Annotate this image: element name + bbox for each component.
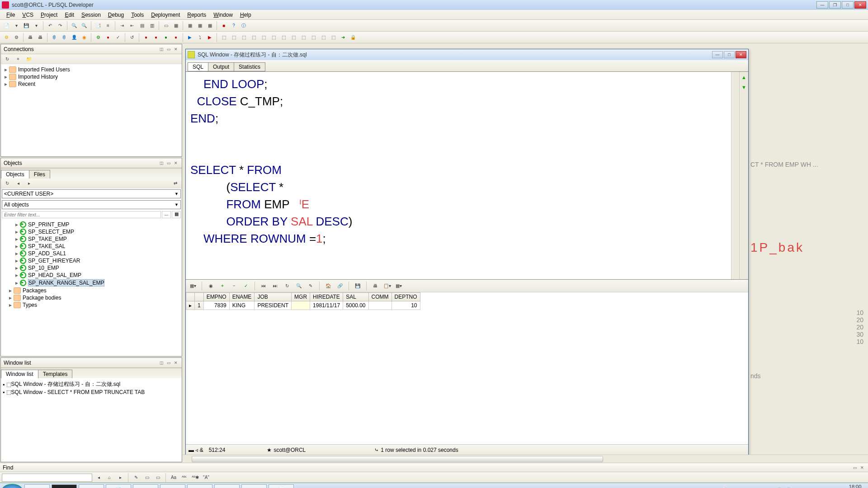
object-item[interactable]: ▸SP_HEAD_SAL_EMP — [3, 272, 180, 279]
find-mark-icon[interactable]: ✎ — [132, 473, 141, 482]
objects-tree[interactable]: ▸SP_PRINT_EMP▸SP_SELECT_EMP▸SP_TAKE_EMP▸… — [1, 219, 182, 356]
stop2-icon[interactable]: ▶ — [205, 33, 214, 42]
lock-icon[interactable]: 🔒 — [349, 33, 358, 42]
open-icon[interactable]: ▾ — [12, 21, 21, 30]
col-deptno[interactable]: DEPTNO — [392, 293, 420, 301]
find-case-icon[interactable]: Aa — [169, 473, 178, 482]
close-panel-icon[interactable]: ✕ — [173, 160, 179, 166]
binocs-icon[interactable]: 🔍 — [294, 282, 303, 291]
dock-icon[interactable]: ▭ — [165, 46, 172, 52]
folder-item[interactable]: ▸Packages — [3, 287, 180, 294]
nextpage-icon[interactable]: ⏭ — [271, 282, 280, 291]
close-button[interactable]: ✕ — [854, 1, 866, 9]
schema-icon[interactable]: ◉ — [80, 33, 89, 42]
user-combo[interactable]: <CURRENT USER>▼ — [2, 189, 181, 198]
task-plsql[interactable]: ◪ — [241, 484, 267, 488]
tab-sql[interactable]: SQL — [188, 62, 208, 71]
find-opt2-icon[interactable]: ▭ — [153, 473, 162, 482]
gridview-icon[interactable]: ▦▾ — [189, 282, 198, 291]
ball1-icon[interactable]: ● — [142, 33, 151, 42]
grid3-icon[interactable]: ▦ — [205, 21, 214, 30]
replace-icon[interactable]: 🔍 — [80, 21, 89, 30]
firstpage-icon[interactable]: ⏮ — [259, 282, 268, 291]
run-icon[interactable]: ▶ — [185, 33, 194, 42]
sqlwin-close-button[interactable]: ✕ — [736, 51, 746, 58]
tab-objects[interactable]: Objects — [1, 170, 29, 178]
debug9-icon[interactable]: ⬚ — [299, 33, 308, 42]
refresh-results-icon[interactable]: ↻ — [283, 282, 292, 291]
find-next-icon[interactable]: ▸ — [116, 473, 125, 482]
object-item[interactable]: ▸SP_PRINT_EMP — [3, 221, 180, 228]
task-qq[interactable]: ◔ — [133, 484, 158, 488]
folder-icon[interactable]: 📁 — [24, 55, 33, 64]
menu-edit[interactable]: Edit — [61, 11, 78, 19]
save-icon[interactable]: 💾 — [22, 21, 31, 30]
menu-debug[interactable]: Debug — [104, 11, 127, 19]
print-icon[interactable]: 🖶 — [26, 33, 35, 42]
tab-files[interactable]: Files — [29, 170, 50, 178]
col-job[interactable]: JOB — [255, 293, 292, 301]
singlerow-icon[interactable]: ◉ — [206, 282, 215, 291]
bookmark-icon[interactable]: 📑 — [94, 21, 103, 30]
sql-editor[interactable]: END LOOP; CLOSE C_TMP;END; SELECT * FROM… — [186, 72, 731, 279]
col-mgr[interactable]: MGR — [292, 293, 310, 301]
post-icon[interactable]: ✓ — [241, 282, 250, 291]
tree-item[interactable]: Imported Fixed Users — [18, 66, 70, 73]
restore-button[interactable]: ❐ — [829, 1, 841, 9]
uncomment-icon[interactable]: ▥ — [147, 21, 156, 30]
debug11-icon[interactable]: ⬚ — [319, 33, 328, 42]
gear2-icon[interactable]: ⚙ — [12, 33, 21, 42]
col-empno[interactable]: EMPNO — [203, 293, 229, 301]
roll-icon[interactable]: ↺ — [127, 33, 137, 42]
object-item[interactable]: ▸SP_SELECT_EMP — [3, 228, 180, 235]
debug3-icon[interactable]: ⬚ — [239, 33, 248, 42]
format-icon[interactable]: ≡ — [104, 21, 113, 30]
swap-icon[interactable]: ⇄ — [171, 179, 180, 188]
menu-help[interactable]: Help — [236, 11, 255, 19]
addrow-icon[interactable]: + — [218, 282, 227, 291]
db-icon[interactable]: 🛢 — [50, 33, 59, 42]
task-chrome[interactable]: ◉ — [160, 484, 185, 488]
debug4-icon[interactable]: ⬚ — [249, 33, 258, 42]
tab-windowlist[interactable]: Window list — [1, 370, 38, 378]
db2-icon[interactable]: 🛢 — [60, 33, 69, 42]
exit-icon[interactable]: ➜ — [339, 33, 348, 42]
find-home-icon[interactable]: ⌂ — [105, 473, 114, 482]
object-item[interactable]: ▸SP_GET_HIREYEAR — [3, 257, 180, 264]
menu-window[interactable]: Window — [210, 11, 236, 19]
debug5-icon[interactable]: ⬚ — [259, 33, 268, 42]
menu-deployment[interactable]: Deployment — [147, 11, 184, 19]
refresh-icon[interactable]: ↻ — [3, 179, 12, 188]
ball4-icon[interactable]: ● — [171, 33, 180, 42]
list-item[interactable]: ▪ ⬚ SQL Window - SELECT * FROM EMP TRUNC… — [3, 389, 180, 396]
task-notepad[interactable]: 📄 — [106, 484, 131, 488]
linked-icon[interactable]: 🔗 — [335, 282, 344, 291]
pin-icon[interactable]: ◫ — [158, 46, 165, 52]
debug2-icon[interactable]: ⬚ — [229, 33, 238, 42]
results-grid[interactable]: EMPNO ENAME JOB MGR HIREDATE SAL COMM DE… — [186, 292, 420, 310]
copy-icon[interactable]: 📋▾ — [382, 282, 392, 291]
grid2-icon[interactable]: ▦ — [195, 21, 204, 30]
menu-file[interactable]: File — [3, 11, 19, 19]
filter-input[interactable] — [2, 211, 161, 218]
connections-tree[interactable]: ▸Imported Fixed Users ▸Imported History … — [1, 64, 182, 156]
debug12-icon[interactable]: ⬚ — [329, 33, 338, 42]
debug6-icon[interactable]: ⬚ — [269, 33, 278, 42]
step-icon[interactable]: ⤵ — [195, 33, 204, 42]
execute-icon[interactable]: ⚙ — [94, 33, 103, 42]
close-panel-icon[interactable]: ✕ — [173, 46, 179, 52]
find-dock-icon[interactable]: ▭ — [852, 465, 858, 470]
col-ename[interactable]: ENAME — [229, 293, 255, 301]
debug10-icon[interactable]: ⬚ — [309, 33, 318, 42]
comment-icon[interactable]: ▤ — [137, 21, 146, 30]
find-word-icon[interactable]: ᴬᴮᶜ — [180, 473, 189, 482]
filter-button[interactable]: ... — [162, 211, 171, 218]
object-item[interactable]: ▸SP_TAKE_SAL — [3, 243, 180, 250]
list-item[interactable]: ▪ ⬚ SQL Window - 存储过程练习 - 自：二次做.sql — [3, 380, 180, 389]
col-sal[interactable]: SAL — [343, 293, 368, 301]
task-terminal[interactable]: ▮ — [52, 484, 77, 488]
gear-icon[interactable]: ⚙ — [2, 33, 11, 42]
find-sel-icon[interactable]: "A" — [202, 473, 211, 482]
close-panel-icon[interactable]: ✕ — [173, 360, 179, 366]
col-comm[interactable]: COMM — [368, 293, 392, 301]
